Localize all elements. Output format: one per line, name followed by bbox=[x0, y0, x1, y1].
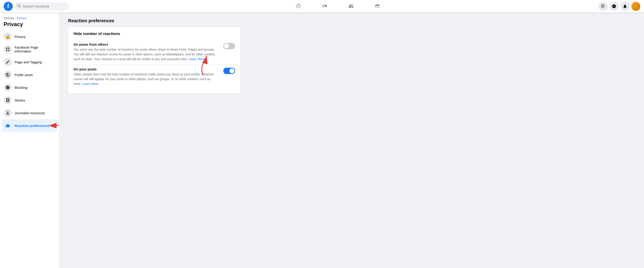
messenger-button[interactable] bbox=[610, 2, 618, 11]
toggle-your-posts[interactable] bbox=[223, 68, 235, 74]
topnav-left: f bbox=[0, 2, 77, 11]
learn-more-your-posts[interactable]: Learn More bbox=[82, 82, 98, 86]
sidebar-item-reaction-pref[interactable]: Reaction preferences bbox=[2, 119, 57, 132]
notifications-button[interactable] bbox=[620, 2, 630, 11]
breadcrumb-current[interactable]: Privacy bbox=[17, 16, 27, 20]
main-layout: Settings › Privacy Privacy 🔒 Privacy Fac… bbox=[0, 0, 644, 268]
setting-label-your-posts: On your posts bbox=[74, 67, 218, 71]
public-posts-icon bbox=[4, 71, 12, 79]
toggle-wrap-your-posts bbox=[223, 67, 235, 74]
sidebar-item-label: Reaction preferences bbox=[14, 124, 49, 128]
sidebar-item-label: Public posts bbox=[14, 73, 33, 77]
setting-text: On posts from others You won't see the t… bbox=[74, 43, 218, 62]
learn-more-posts-from-others[interactable]: Learn More bbox=[188, 57, 205, 61]
setting-text-your-posts: On your posts Other people won't see the… bbox=[74, 67, 218, 86]
search-bar[interactable] bbox=[14, 2, 69, 11]
search-icon bbox=[17, 4, 21, 9]
left-arrow bbox=[55, 120, 59, 131]
sidebar-item-label: Journalist resources bbox=[14, 111, 45, 115]
sidebar-item-label: Facebook Page information bbox=[14, 46, 55, 53]
page-tagging-icon bbox=[4, 58, 12, 66]
main-content: Reaction preferences Hide number of reac… bbox=[59, 13, 644, 268]
toggle-thumb bbox=[230, 68, 234, 73]
nav-friends-button[interactable] bbox=[338, 1, 364, 12]
sidebar: Settings › Privacy Privacy 🔒 Privacy Fac… bbox=[0, 13, 59, 268]
nav-marketplace-button[interactable] bbox=[365, 1, 390, 12]
search-input[interactable] bbox=[23, 4, 66, 8]
setting-desc-posts-from-others: You won't see the total number of reacti… bbox=[74, 47, 218, 62]
nav-video-button[interactable] bbox=[312, 1, 338, 12]
sidebar-item-blocking[interactable]: Blocking bbox=[2, 81, 57, 94]
topnav-right bbox=[598, 2, 644, 11]
svg-rect-2 bbox=[6, 50, 8, 51]
sidebar-item-privacy[interactable]: 🔒 Privacy bbox=[2, 30, 57, 43]
setting-desc-your-posts: Other people won't see the total number … bbox=[74, 72, 218, 86]
breadcrumb: Settings › Privacy bbox=[2, 16, 57, 20]
settings-card: Hide number of reactions On posts from o… bbox=[68, 27, 240, 94]
sidebar-item-public-posts[interactable]: Public posts bbox=[2, 68, 57, 81]
card-section-title: Hide number of reactions bbox=[74, 32, 235, 36]
topnav: f bbox=[0, 0, 644, 13]
sidebar-item-fb-page[interactable]: Facebook Page information bbox=[2, 43, 57, 56]
sidebar-item-label: Page and Tagging bbox=[14, 60, 42, 64]
setting-row-posts-from-others: On posts from others You won't see the t… bbox=[74, 40, 235, 65]
toggle-posts-from-others[interactable] bbox=[223, 43, 235, 49]
toggle-wrap-posts-from-others bbox=[223, 43, 235, 49]
setting-row-your-posts: On your posts Other people won't see the… bbox=[74, 65, 235, 89]
reaction-pref-icon bbox=[4, 122, 12, 130]
apps-button[interactable] bbox=[598, 2, 608, 11]
topnav-center bbox=[77, 1, 598, 12]
sidebar-item-label: Stories bbox=[14, 98, 25, 102]
sidebar-item-stories[interactable]: Stories bbox=[2, 94, 57, 107]
sidebar-title: Privacy bbox=[2, 20, 57, 30]
sidebar-item-page-tagging[interactable]: Page and Tagging bbox=[2, 56, 57, 68]
privacy-icon: 🔒 bbox=[4, 33, 12, 41]
setting-label-posts-from-others: On posts from others bbox=[74, 43, 218, 46]
toggle-thumb bbox=[224, 44, 229, 49]
stories-icon bbox=[4, 96, 12, 104]
blocking-icon bbox=[4, 83, 12, 92]
svg-rect-0 bbox=[6, 48, 8, 49]
sidebar-item-label: Blocking bbox=[14, 86, 28, 90]
sidebar-item-label: Privacy bbox=[14, 35, 26, 39]
fb-logo[interactable]: f bbox=[4, 2, 13, 11]
avatar[interactable] bbox=[631, 2, 640, 11]
svg-rect-3 bbox=[8, 50, 10, 51]
svg-rect-1 bbox=[8, 48, 10, 49]
sidebar-item-journalist[interactable]: Journalist resources bbox=[2, 107, 57, 119]
nav-home-button[interactable] bbox=[286, 1, 311, 12]
page-section-title: Reaction preferences bbox=[68, 18, 635, 23]
journalist-icon bbox=[4, 109, 12, 117]
fb-page-icon bbox=[4, 45, 12, 53]
